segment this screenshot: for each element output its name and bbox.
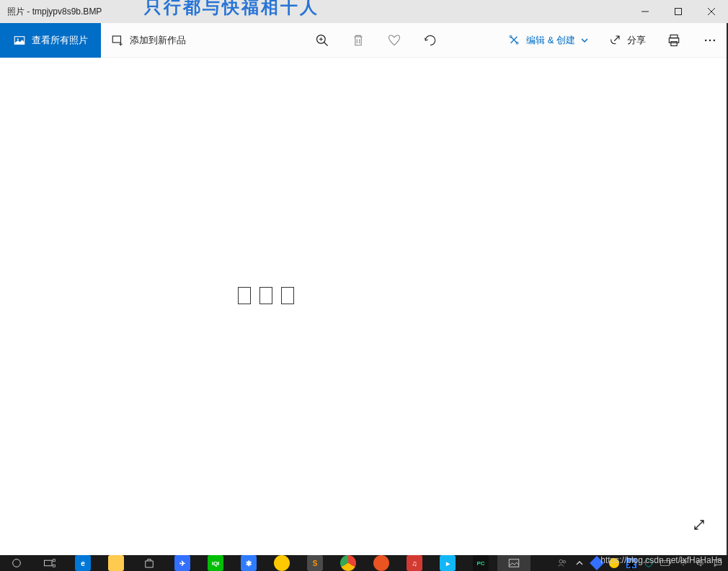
svg-point-18: [714, 39, 716, 41]
svg-point-5: [17, 38, 19, 40]
rotate-icon: [423, 33, 438, 48]
fullscreen-button[interactable]: [689, 515, 709, 535]
svg-rect-6: [112, 36, 120, 43]
edit-create-label: 编辑 & 创建: [526, 34, 575, 47]
tray-people[interactable]: [555, 557, 569, 570]
image-content: [238, 287, 294, 304]
share-label: 分享: [627, 34, 646, 47]
taskbar-app-feishu[interactable]: ✈: [166, 555, 199, 571]
svg-rect-13: [670, 35, 678, 37]
svg-rect-22: [53, 565, 56, 567]
add-work-label: 添加到新作品: [130, 34, 186, 47]
svg-point-24: [559, 559, 563, 563]
svg-rect-15: [671, 41, 677, 45]
taskbar-app-360[interactable]: [265, 555, 298, 571]
photo-icon: [13, 34, 26, 47]
view-all-label: 查看所有照片: [32, 34, 88, 47]
image-viewport[interactable]: [0, 58, 727, 555]
taskbar-app-pycharm[interactable]: PC: [464, 555, 497, 571]
window-controls: [629, 0, 728, 23]
edit-create-button[interactable]: 编辑 & 创建: [497, 23, 598, 58]
taskbar-taskview[interactable]: [33, 555, 66, 571]
window-title: 照片 - tmpjypv8s9b.BMP: [7, 6, 102, 18]
store-icon: [143, 557, 156, 570]
minimize-icon: [642, 8, 649, 15]
toolbar-center-group: [304, 23, 448, 58]
more-icon: [703, 33, 717, 48]
edit-icon: [507, 34, 520, 47]
print-button[interactable]: [656, 23, 692, 58]
trash-icon: [351, 33, 365, 48]
favorite-button[interactable]: [376, 23, 412, 58]
add-to-work-button[interactable]: 添加到新作品: [101, 23, 196, 58]
photos-icon: [507, 557, 520, 570]
close-button[interactable]: [695, 0, 728, 23]
taskbar-cortana[interactable]: [0, 555, 33, 571]
svg-point-16: [705, 39, 707, 41]
glyph-box: [281, 287, 294, 304]
toolbar-right-group: 编辑 & 创建 分享: [497, 23, 728, 58]
zoom-icon: [315, 33, 329, 48]
watermark: https://blog.csdn.net/lxfHaHaHa: [600, 555, 722, 565]
tray-chevron-up[interactable]: [572, 557, 587, 570]
maximize-button[interactable]: [662, 0, 695, 23]
svg-point-17: [709, 39, 711, 41]
partial-background-text: 只行都与快福相十人: [144, 0, 319, 19]
share-button[interactable]: 分享: [598, 23, 656, 58]
taskbar-app-tencent[interactable]: ▸: [431, 555, 464, 571]
expand-icon: [693, 518, 706, 531]
maximize-icon: [675, 8, 682, 15]
svg-rect-21: [53, 559, 56, 562]
glyph-box: [238, 287, 251, 304]
svg-point-19: [13, 559, 21, 567]
toolbar: 查看所有照片 添加到新作品 编辑 & 创建 分享: [0, 23, 728, 58]
taskview-icon: [43, 558, 56, 568]
taskbar-explorer[interactable]: [99, 555, 133, 571]
print-icon: [667, 33, 681, 48]
cortana-icon: [11, 557, 22, 569]
close-icon: [708, 8, 715, 15]
taskbar-app-sublime[interactable]: S: [298, 555, 332, 571]
svg-rect-1: [675, 9, 682, 15]
taskbar-app-chrome[interactable]: [332, 555, 365, 571]
heart-icon: [387, 33, 401, 48]
taskbar-store[interactable]: [133, 555, 166, 571]
delete-button[interactable]: [340, 23, 376, 58]
taskbar-edge[interactable]: e: [66, 555, 99, 571]
svg-point-25: [563, 561, 566, 564]
taskbar-app-photos[interactable]: [497, 555, 531, 571]
share-icon: [608, 34, 621, 47]
svg-line-8: [324, 42, 328, 45]
more-button[interactable]: [692, 23, 728, 58]
view-all-photos-button[interactable]: 查看所有照片: [0, 23, 101, 58]
titlebar: 照片 - tmpjypv8s9b.BMP: [0, 0, 728, 23]
minimize-button[interactable]: [629, 0, 662, 23]
taskbar-app-ubuntu[interactable]: [365, 555, 398, 571]
taskbar-app-iqiyi[interactable]: iQI: [199, 555, 232, 571]
taskbar-app-netease[interactable]: ♫: [398, 555, 431, 571]
taskbar-app-rm[interactable]: ✱: [232, 555, 265, 571]
add-work-icon: [111, 34, 124, 47]
rotate-button[interactable]: [412, 23, 448, 58]
glyph-box: [259, 287, 272, 304]
svg-rect-20: [45, 560, 53, 566]
chevron-down-icon: [581, 37, 588, 44]
zoom-button[interactable]: [304, 23, 340, 58]
